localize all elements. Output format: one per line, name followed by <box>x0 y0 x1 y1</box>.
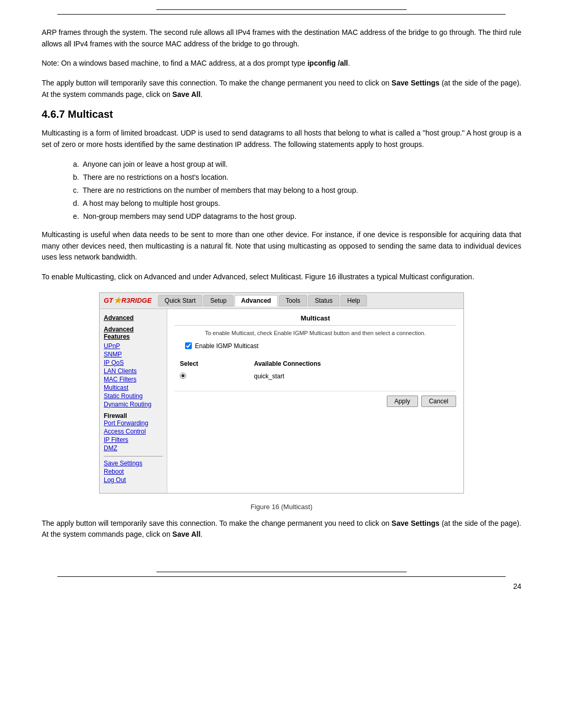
bottom-pre: The apply button will temporarily save t… <box>42 519 391 527</box>
paragraph-note: Note: On a windows based machine, to fin… <box>42 58 521 69</box>
sidebar-heading-features: AdvancedFeatures <box>104 326 163 340</box>
panel-title: Multicast <box>175 314 456 326</box>
button-row: Apply Cancel <box>175 391 456 407</box>
paragraph-1: ARP frames through the system. The secon… <box>42 27 521 50</box>
sidebar-link-ipfilters[interactable]: IP Filters <box>104 436 163 443</box>
apply-pre: The apply button will temporarily save t… <box>42 79 391 87</box>
sidebar-link-dmz[interactable]: DMZ <box>104 445 163 452</box>
list-item-c: c. There are no restrictions on the numb… <box>73 185 521 196</box>
section-number: 4.6.7 <box>42 108 65 120</box>
router-nav: GT ★ R3RIDGE Quick Start Setup Advanced … <box>100 293 463 309</box>
list-item-e: e. Non-group members may send UDP datagr… <box>73 211 521 222</box>
sidebar-section-bottom: Save Settings Reboot Log Out <box>104 460 163 484</box>
table-cell-connection: quick_start <box>250 371 455 382</box>
sidebar-link-accesscontrol[interactable]: Access Control <box>104 428 163 435</box>
multicast-para-1: Multicasting is a form of limited broadc… <box>42 128 521 150</box>
sidebar-heading-advanced: Advanced <box>104 314 163 322</box>
router-main-panel: Multicast To enable Multicast, check Ena… <box>167 309 463 493</box>
note-bold: ipconfig /all <box>308 59 348 67</box>
paragraph-apply: The apply button will temporarily save t… <box>42 78 521 100</box>
label-d: d. <box>73 199 83 207</box>
note-pre: Note: On a windows based machine, to fin… <box>42 59 308 67</box>
tab-status[interactable]: Status <box>308 295 339 306</box>
bottom-bold2: Save All <box>173 530 201 538</box>
label-a: a. <box>73 160 83 168</box>
content-area: ARP frames through the system. The secon… <box>0 27 563 540</box>
sidebar-section-advanced: Advanced <box>104 314 163 322</box>
top-line-long <box>57 14 506 15</box>
sidebar-link-macfilters[interactable]: MAC Filters <box>104 376 163 383</box>
connections-table: Select Available Connections quick_start <box>175 357 456 384</box>
table-row: quick_start <box>176 371 455 382</box>
igmp-checkbox-row: Enable IGMP Multicast <box>185 342 456 350</box>
bottom-paragraph: The apply button will temporarily save t… <box>42 518 521 540</box>
tab-quickstart[interactable]: Quick Start <box>158 295 202 306</box>
bottom-post: . <box>201 530 203 538</box>
section-title: Multicast <box>68 108 113 120</box>
tab-tools[interactable]: Tools <box>279 295 307 306</box>
sidebar-section-firewall: Firewall Port Forwarding Access Control … <box>104 412 163 452</box>
multicast-para-2: Multicasting is useful when data needs t… <box>42 229 521 263</box>
sidebar-link-ipqos[interactable]: IP QoS <box>104 359 163 366</box>
cancel-button[interactable]: Cancel <box>421 396 456 407</box>
tab-advanced[interactable]: Advanced <box>235 295 278 306</box>
page-container: ARP frames through the system. The secon… <box>0 0 563 728</box>
multicast-para-3: To enable Multicasting, click on Advance… <box>42 272 521 283</box>
igmp-checkbox[interactable] <box>185 342 192 349</box>
apply-bold2: Save All <box>173 90 201 98</box>
bottom-bold1: Save Settings <box>391 519 439 527</box>
label-e: e. <box>73 212 83 220</box>
tab-help[interactable]: Help <box>340 295 367 306</box>
list-item-a: a. Anyone can join or leave a host group… <box>73 159 521 170</box>
router-logo: GT ★ R3RIDGE <box>104 295 152 305</box>
top-line-short <box>156 9 407 10</box>
sidebar-link-savesettings[interactable]: Save Settings <box>104 460 163 467</box>
table-header-connections: Available Connections <box>250 358 455 369</box>
router-screenshot: GT ★ R3RIDGE Quick Start Setup Advanced … <box>99 292 464 493</box>
sidebar-link-snmp[interactable]: SNMP <box>104 351 163 358</box>
panel-description: To enable Multicast, check Enable IGMP M… <box>175 330 456 336</box>
sidebar-link-portforwarding[interactable]: Port Forwarding <box>104 419 163 427</box>
sidebar-firewall-heading: Firewall <box>104 412 127 419</box>
apply-post: . <box>201 90 203 98</box>
list-item-d: d. A host may belong to multiple host gr… <box>73 198 521 209</box>
apply-button[interactable]: Apply <box>387 396 418 407</box>
page-number: 24 <box>513 582 521 590</box>
bottom-line-short <box>156 572 407 572</box>
logo-prefix: GT <box>104 297 113 304</box>
list-item-b: b. There are no restrictions on a host's… <box>73 172 521 183</box>
logo-star: ★ <box>114 295 121 305</box>
sidebar-section-features: AdvancedFeatures UPnP SNMP IP QoS LAN Cl… <box>104 326 163 408</box>
page-number-row: 24 <box>0 577 563 590</box>
bottom-decorative-lines <box>0 572 563 577</box>
table-cell-radio <box>176 371 249 382</box>
apply-bold1: Save Settings <box>391 79 439 87</box>
logo-suffix: R3RIDGE <box>121 297 152 304</box>
sidebar-link-staticrouting[interactable]: Static Routing <box>104 392 163 400</box>
sidebar-link-lanclients[interactable]: LAN Clients <box>104 367 163 375</box>
sidebar-link-dynamicrouting[interactable]: Dynamic Routing <box>104 401 163 408</box>
top-decorative-lines <box>0 0 563 15</box>
label-b: b. <box>73 173 83 181</box>
sidebar-link-reboot[interactable]: Reboot <box>104 468 163 475</box>
sidebar-divider <box>104 456 163 456</box>
sidebar-link-upnp[interactable]: UPnP <box>104 342 163 350</box>
router-body: Advanced AdvancedFeatures UPnP SNMP IP Q… <box>100 309 463 493</box>
note-post: . <box>348 59 350 67</box>
sidebar-link-multicast[interactable]: Multicast <box>104 384 163 391</box>
figure-caption: Figure 16 (Multicast) <box>42 503 521 511</box>
multicast-list: a. Anyone can join or leave a host group… <box>73 159 521 222</box>
section-heading: 4.6.7 Multicast <box>42 108 521 120</box>
table-header-select: Select <box>176 358 249 369</box>
radio-button[interactable] <box>180 373 186 379</box>
router-sidebar: Advanced AdvancedFeatures UPnP SNMP IP Q… <box>100 309 167 493</box>
igmp-checkbox-label: Enable IGMP Multicast <box>195 342 259 350</box>
label-c: c. <box>73 186 82 194</box>
sidebar-link-logout[interactable]: Log Out <box>104 476 163 484</box>
tab-setup[interactable]: Setup <box>203 295 233 306</box>
